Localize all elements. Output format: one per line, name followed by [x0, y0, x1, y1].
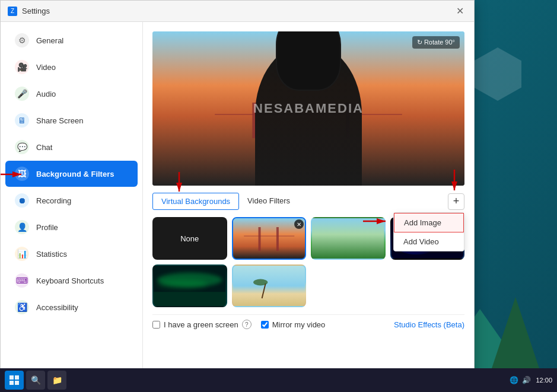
- svg-rect-12: [258, 227, 260, 251]
- sidebar-item-background[interactable]: 🖼 Background & Filters: [5, 161, 138, 187]
- main-content: NESABAMEDIA ↻ Rotate 90°: [143, 22, 474, 391]
- dialog-body: ⚙ General 🎥 Video 🎤 Audio 🖥 Share Screen…: [1, 22, 474, 391]
- sidebar-label-keyboard: Keyboard Shortcuts: [36, 276, 104, 285]
- sidebar-item-video[interactable]: 🎥 Video: [5, 54, 138, 80]
- sidebar: ⚙ General 🎥 Video 🎤 Audio 🖥 Share Screen…: [1, 22, 143, 391]
- aurora-thumb-svg: [154, 266, 226, 306]
- svg-rect-13: [276, 227, 278, 251]
- share-icon: 🖥: [15, 113, 29, 128]
- taskbar: 🔍 📁 🌐 🔊 12:00: [0, 368, 557, 392]
- person-head: [276, 31, 341, 91]
- help-icon[interactable]: ?: [242, 320, 252, 329]
- background-icon: 🖼: [15, 167, 29, 181]
- svg-rect-25: [154, 292, 226, 306]
- beach-thumb-svg: [233, 266, 305, 306]
- files-taskbar-icon: 📁: [52, 375, 62, 385]
- sidebar-item-audio[interactable]: 🎤 Audio: [5, 81, 138, 107]
- start-button[interactable]: [5, 371, 24, 390]
- svg-rect-31: [9, 381, 14, 385]
- sidebar-label-recording: Recording: [36, 196, 71, 205]
- profile-icon: 👤: [15, 220, 29, 234]
- taskbar-right: 🌐 🔊 12:00: [510, 376, 552, 384]
- sidebar-label-background: Background & Filters: [36, 170, 114, 179]
- thumb-remove-bridge[interactable]: ✕: [294, 219, 304, 229]
- svg-rect-15: [312, 218, 384, 259]
- settings-dialog: Z Settings ✕ ⚙ General 🎥 Video 🎤 Audio 🖥…: [0, 0, 475, 392]
- keyboard-icon: ⌨: [15, 273, 29, 288]
- studio-effects-link[interactable]: Studio Effects (Beta): [394, 320, 464, 329]
- green-screen-group: I have a green screen ?: [152, 320, 252, 329]
- thumb-none[interactable]: None: [152, 217, 227, 260]
- sidebar-item-keyboard[interactable]: ⌨ Keyboard Shortcuts: [5, 267, 138, 294]
- thumb-none-label: None: [180, 234, 199, 243]
- add-media-menu: Add Image Add Video: [393, 212, 464, 251]
- sidebar-item-recording[interactable]: ⏺ Recording: [5, 187, 138, 213]
- titlebar-left: Z Settings: [8, 7, 50, 16]
- windows-icon: [9, 375, 19, 385]
- audio-icon: 🎤: [15, 87, 29, 101]
- app-icon: Z: [8, 7, 17, 16]
- add-button-container: + Add Image Add: [448, 193, 464, 210]
- video-icon: 🎥: [15, 60, 29, 74]
- thumb-field[interactable]: [311, 217, 386, 260]
- search-taskbar-icon: 🔍: [31, 375, 41, 385]
- sidebar-item-profile[interactable]: 👤 Profile: [5, 214, 138, 240]
- rotate-button[interactable]: ↻ Rotate 90°: [412, 36, 460, 49]
- tab-virtual-backgrounds[interactable]: Virtual Backgrounds: [152, 193, 239, 210]
- green-screen-label: I have a green screen: [164, 320, 238, 329]
- tabs-left: Virtual Backgrounds Video Filters: [152, 193, 298, 210]
- taskbar-time: 12:00: [536, 377, 552, 384]
- taskbar-app-search[interactable]: 🔍: [26, 371, 45, 390]
- sidebar-label-general: General: [36, 36, 63, 45]
- bottom-row: I have a green screen ? Mirror my video …: [152, 314, 464, 329]
- sidebar-label-profile: Profile: [36, 223, 58, 232]
- gear-icon: ⚙: [15, 33, 29, 47]
- sidebar-label-audio: Audio: [36, 90, 56, 98]
- menu-item-add-image[interactable]: Add Image: [394, 213, 464, 232]
- add-media-button[interactable]: +: [448, 193, 464, 210]
- chat-icon: 💬: [15, 140, 29, 154]
- mirror-video-label: Mirror my video: [272, 320, 326, 329]
- thumb-aurora[interactable]: [152, 264, 227, 307]
- sidebar-label-share: Share Screen: [36, 116, 84, 125]
- sidebar-label-video: Video: [36, 63, 56, 72]
- titlebar: Z Settings ✕: [1, 1, 474, 22]
- thumb-bridge[interactable]: ✕: [232, 217, 307, 260]
- sidebar-label-accessibility: Accessibility: [36, 303, 78, 312]
- sidebar-item-accessibility[interactable]: ♿ Accessibility: [5, 294, 138, 320]
- sidebar-item-general[interactable]: ⚙ General: [5, 27, 138, 53]
- svg-rect-29: [9, 375, 14, 380]
- tabs-row: Virtual Backgrounds Video Filters: [152, 193, 464, 210]
- mirror-video-checkbox[interactable]: [261, 321, 269, 329]
- close-button[interactable]: ✕: [453, 4, 467, 18]
- svg-point-24: [157, 279, 208, 288]
- sidebar-item-statistics[interactable]: 📊 Statistics: [5, 241, 138, 267]
- taskbar-app-files[interactable]: 📁: [47, 371, 66, 390]
- mirror-video-group: Mirror my video: [261, 320, 326, 329]
- svg-point-28: [253, 279, 268, 286]
- video-watermark: NESABAMEDIA: [253, 101, 364, 116]
- sidebar-label-chat: Chat: [36, 143, 52, 152]
- titlebar-title: Settings: [22, 7, 50, 15]
- tab-video-filters[interactable]: Video Filters: [239, 193, 298, 210]
- video-preview: NESABAMEDIA ↻ Rotate 90°: [152, 31, 464, 186]
- thumb-beach[interactable]: [232, 264, 307, 307]
- svg-rect-32: [15, 381, 19, 385]
- sidebar-item-chat[interactable]: 💬 Chat: [5, 134, 138, 160]
- sidebar-item-share-screen[interactable]: 🖥 Share Screen: [5, 107, 138, 133]
- svg-rect-26: [233, 266, 305, 306]
- menu-item-add-video[interactable]: Add Video: [394, 232, 464, 251]
- recording-icon: ⏺: [15, 193, 29, 208]
- taskbar-network-icon: 🌐: [510, 376, 518, 384]
- taskbar-sys-icons: 🌐 🔊: [510, 376, 531, 384]
- green-screen-checkbox[interactable]: [152, 321, 160, 329]
- taskbar-volume-icon: 🔊: [522, 376, 531, 384]
- accessibility-icon: ♿: [15, 300, 29, 314]
- field-thumb-svg: [312, 218, 384, 259]
- stats-icon: 📊: [15, 247, 29, 261]
- sidebar-label-statistics: Statistics: [36, 250, 67, 259]
- svg-rect-30: [15, 375, 19, 380]
